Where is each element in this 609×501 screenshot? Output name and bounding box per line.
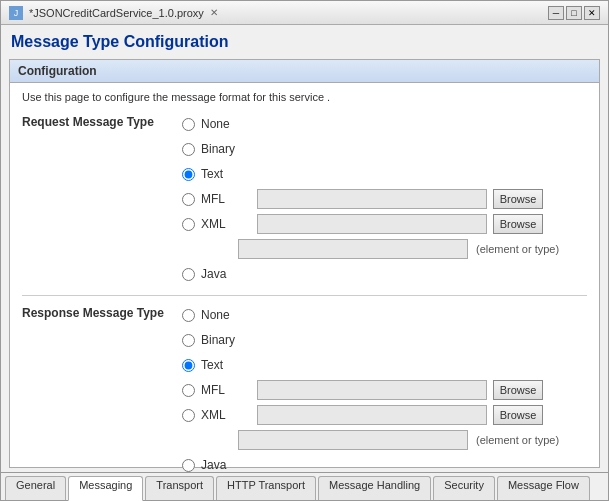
content-area: Configuration Use this page to configure… xyxy=(1,55,608,472)
response-xml-label: XML xyxy=(201,408,251,422)
response-binary-row: Binary xyxy=(182,329,559,351)
request-text-radio[interactable] xyxy=(182,168,195,181)
request-mfl-browse-button[interactable]: Browse xyxy=(493,189,543,209)
tab-general[interactable]: General xyxy=(5,476,66,500)
request-mfl-input[interactable] xyxy=(257,189,487,209)
request-text-label: Text xyxy=(201,167,251,181)
title-bar-controls: ─ □ ✕ xyxy=(548,6,600,20)
response-element-type-input[interactable] xyxy=(238,430,468,450)
response-xml-browse-button[interactable]: Browse xyxy=(493,405,543,425)
bottom-tabs: General Messaging Transport HTTP Transpo… xyxy=(1,472,608,500)
tab-messaging[interactable]: Messaging xyxy=(68,476,143,501)
request-options: None Binary Text xyxy=(182,113,559,285)
request-mfl-label: MFL xyxy=(201,192,251,206)
tab-transport[interactable]: Transport xyxy=(145,476,214,500)
tab-message-handling[interactable]: Message Handling xyxy=(318,476,431,500)
response-java-label: Java xyxy=(201,458,251,472)
tab-http-transport[interactable]: HTTP Transport xyxy=(216,476,316,500)
request-xml-row: XML Browse xyxy=(182,213,559,235)
response-section: Response Message Type None Binary xyxy=(22,304,587,472)
response-mfl-row: MFL Browse xyxy=(182,379,559,401)
main-window: J *JSONCreditCardService_1.0.proxy ✕ ─ □… xyxy=(0,0,609,501)
request-binary-row: Binary xyxy=(182,138,559,160)
response-java-row: Java xyxy=(182,454,559,472)
tab-security[interactable]: Security xyxy=(433,476,495,500)
request-element-type-input[interactable] xyxy=(238,239,468,259)
request-xml-input[interactable] xyxy=(257,214,487,234)
response-java-radio[interactable] xyxy=(182,459,195,472)
response-binary-radio[interactable] xyxy=(182,334,195,347)
request-java-radio[interactable] xyxy=(182,268,195,281)
config-panel: Configuration Use this page to configure… xyxy=(9,59,600,468)
request-xml-radio[interactable] xyxy=(182,218,195,231)
title-bar: J *JSONCreditCardService_1.0.proxy ✕ ─ □… xyxy=(1,1,608,25)
response-xml-row: XML Browse xyxy=(182,404,559,426)
request-xml-label: XML xyxy=(201,217,251,231)
section-divider xyxy=(22,295,587,296)
request-mfl-radio[interactable] xyxy=(182,193,195,206)
request-none-radio[interactable] xyxy=(182,118,195,131)
response-text-label: Text xyxy=(201,358,251,372)
request-text-row: Text xyxy=(182,163,559,185)
description-text: Use this page to configure the message f… xyxy=(22,91,587,103)
window-title: *JSONCreditCardService_1.0.proxy xyxy=(29,7,204,19)
response-binary-label: Binary xyxy=(201,333,251,347)
maximize-button[interactable]: □ xyxy=(566,6,582,20)
response-options: None Binary Text xyxy=(182,304,559,472)
request-mfl-row: MFL Browse xyxy=(182,188,559,210)
close-button[interactable]: ✕ xyxy=(584,6,600,20)
response-xml-input[interactable] xyxy=(257,405,487,425)
response-mfl-input[interactable] xyxy=(257,380,487,400)
response-none-label: None xyxy=(201,308,251,322)
page-title: Message Type Configuration xyxy=(1,25,608,55)
tab-message-flow[interactable]: Message Flow xyxy=(497,476,590,500)
request-java-row: Java xyxy=(182,263,559,285)
request-element-type-hint: (element or type) xyxy=(476,243,559,255)
response-element-type-hint: (element or type) xyxy=(476,434,559,446)
response-mfl-label: MFL xyxy=(201,383,251,397)
config-header: Configuration xyxy=(10,60,599,83)
title-bar-left: J *JSONCreditCardService_1.0.proxy ✕ xyxy=(9,6,218,20)
request-label: Request Message Type xyxy=(22,113,182,285)
response-label: Response Message Type xyxy=(22,304,182,472)
request-binary-label: Binary xyxy=(201,142,251,156)
config-body: Use this page to configure the message f… xyxy=(10,83,599,472)
response-text-radio[interactable] xyxy=(182,359,195,372)
request-none-row: None xyxy=(182,113,559,135)
request-element-type-row: (element or type) xyxy=(182,238,559,260)
minimize-button[interactable]: ─ xyxy=(548,6,564,20)
response-mfl-browse-button[interactable]: Browse xyxy=(493,380,543,400)
request-xml-browse-button[interactable]: Browse xyxy=(493,214,543,234)
response-mfl-radio[interactable] xyxy=(182,384,195,397)
response-element-type-row: (element or type) xyxy=(182,429,559,451)
request-binary-radio[interactable] xyxy=(182,143,195,156)
request-java-label: Java xyxy=(201,267,251,281)
close-tab-icon[interactable]: ✕ xyxy=(210,7,218,18)
response-text-row: Text xyxy=(182,354,559,376)
request-none-label: None xyxy=(201,117,251,131)
window-icon: J xyxy=(9,6,23,20)
request-section: Request Message Type None Binary xyxy=(22,113,587,285)
response-none-row: None xyxy=(182,304,559,326)
response-xml-radio[interactable] xyxy=(182,409,195,422)
response-none-radio[interactable] xyxy=(182,309,195,322)
